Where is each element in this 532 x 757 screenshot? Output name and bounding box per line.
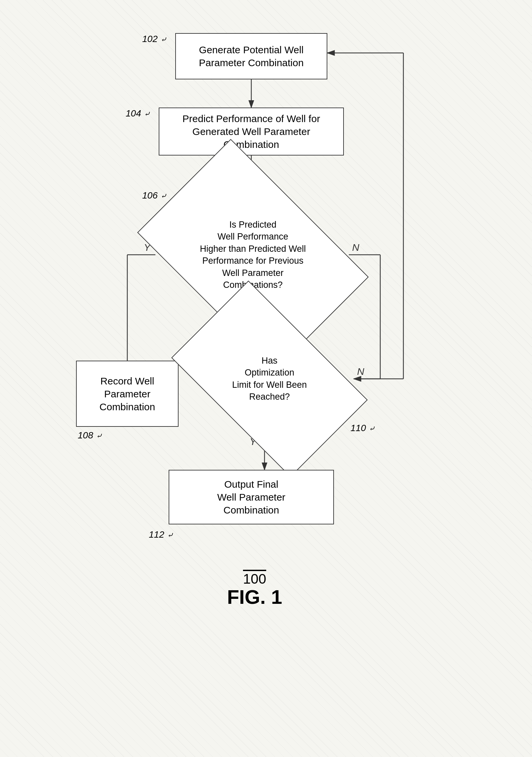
step-102-label: 102 ​​​⤶	[142, 34, 166, 44]
diamond-110: HasOptimizationLimit for Well BeenReache…	[185, 324, 354, 433]
fig-title: FIG. 1	[192, 586, 317, 608]
box-102: Generate Potential Well Parameter Combin…	[175, 33, 327, 79]
box-108: Record Well Parameter Combination	[76, 361, 179, 427]
box-104: Predict Performance of Well for Generate…	[159, 108, 344, 156]
flowchart-diagram: Y N Y N Generate Potential Well Paramete…	[66, 13, 463, 725]
svg-text:N: N	[357, 366, 364, 377]
step-104-label: 104 ​⤶	[126, 108, 150, 119]
svg-text:N: N	[352, 242, 359, 253]
box-112: Output Final Well Parameter Combination	[169, 470, 334, 524]
step-112-label: 112 ⤶	[149, 529, 173, 540]
step-108-label: 108 ⤶	[78, 430, 102, 441]
step-110-label: 110 ⤶	[350, 423, 375, 433]
step-106-label: 106 ⤶	[142, 190, 166, 201]
fig-overline-number: 100	[222, 569, 288, 587]
